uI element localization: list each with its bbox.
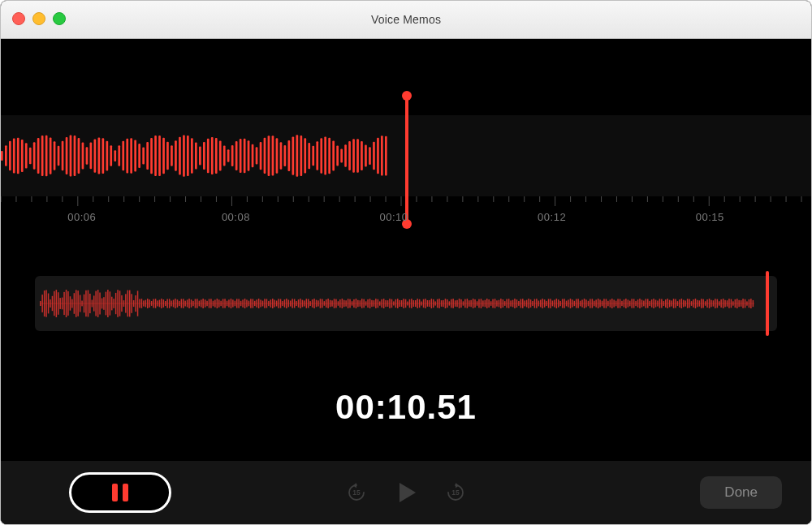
svg-rect-56	[227, 149, 230, 161]
svg-rect-503	[741, 300, 742, 307]
svg-rect-76	[308, 143, 310, 169]
svg-rect-177	[93, 295, 95, 311]
svg-rect-208	[155, 299, 157, 308]
svg-rect-289	[316, 300, 317, 308]
svg-rect-463	[661, 299, 663, 308]
svg-rect-5	[21, 140, 24, 172]
svg-rect-214	[166, 299, 168, 308]
svg-rect-438	[611, 299, 613, 308]
svg-rect-68	[276, 138, 279, 174]
svg-rect-171	[81, 301, 83, 307]
svg-rect-8	[33, 142, 36, 170]
svg-rect-374	[485, 300, 486, 308]
close-window-button[interactable]	[12, 12, 25, 25]
play-button[interactable]	[392, 479, 420, 506]
svg-rect-67	[272, 136, 274, 175]
svg-rect-226	[191, 299, 192, 308]
svg-rect-29	[118, 145, 120, 166]
svg-rect-46	[187, 136, 189, 176]
svg-rect-153	[45, 290, 47, 316]
svg-rect-435	[606, 299, 607, 308]
svg-rect-285	[308, 299, 309, 308]
svg-rect-372	[481, 299, 482, 308]
svg-rect-479	[693, 299, 694, 308]
svg-rect-425	[585, 299, 587, 307]
svg-rect-173	[85, 290, 87, 316]
svg-rect-467	[669, 300, 671, 308]
svg-rect-12	[50, 137, 52, 174]
svg-rect-14	[58, 146, 60, 166]
svg-rect-63	[256, 147, 258, 164]
svg-rect-336	[409, 299, 411, 308]
svg-rect-43	[175, 140, 177, 170]
svg-rect-222	[183, 299, 184, 308]
svg-rect-323	[383, 299, 385, 308]
zoom-window-button[interactable]	[53, 12, 66, 25]
svg-rect-160	[59, 298, 61, 309]
svg-rect-339	[415, 300, 417, 307]
svg-rect-202	[143, 300, 145, 306]
svg-rect-322	[381, 299, 382, 308]
overview-playhead[interactable]	[766, 271, 769, 336]
svg-rect-470	[675, 299, 676, 308]
svg-rect-205	[149, 299, 150, 308]
svg-rect-334	[405, 299, 407, 308]
skip-forward-15-button[interactable]: 15	[444, 481, 467, 504]
svg-rect-373	[482, 300, 484, 307]
waveform-track[interactable]	[1, 115, 811, 196]
svg-rect-154	[48, 294, 50, 314]
svg-rect-406	[548, 299, 550, 308]
svg-rect-209	[157, 300, 158, 306]
svg-rect-509	[753, 300, 754, 307]
svg-rect-215	[169, 299, 171, 308]
svg-rect-80	[324, 137, 326, 175]
svg-rect-180	[99, 293, 101, 315]
svg-rect-332	[401, 300, 403, 307]
done-button[interactable]: Done	[700, 476, 782, 509]
svg-rect-357	[451, 299, 452, 308]
svg-rect-178	[95, 291, 97, 316]
svg-rect-71	[288, 140, 291, 171]
svg-rect-213	[165, 301, 166, 306]
svg-rect-419	[574, 301, 576, 306]
svg-rect-459	[653, 299, 654, 308]
svg-rect-408	[552, 301, 554, 307]
svg-rect-276	[290, 301, 292, 307]
svg-rect-478	[691, 301, 693, 306]
svg-rect-297	[331, 300, 333, 306]
svg-rect-159	[58, 292, 59, 315]
svg-rect-328	[393, 301, 395, 305]
pause-record-button[interactable]	[69, 472, 171, 513]
svg-rect-151	[41, 295, 43, 312]
svg-rect-225	[188, 299, 190, 308]
svg-rect-260	[258, 299, 260, 308]
overview-track[interactable]	[35, 276, 777, 331]
waveform-icon	[1, 127, 389, 184]
svg-rect-221	[181, 299, 183, 308]
svg-rect-462	[659, 299, 661, 308]
skip-back-15-button[interactable]: 15	[345, 481, 368, 504]
svg-rect-51	[207, 139, 209, 173]
svg-rect-395	[526, 300, 528, 308]
svg-rect-504	[742, 299, 744, 308]
svg-rect-381	[499, 300, 500, 308]
svg-rect-324	[385, 300, 387, 307]
svg-rect-394	[524, 300, 525, 306]
svg-rect-497	[728, 299, 730, 308]
svg-rect-257	[253, 299, 254, 308]
svg-rect-223	[184, 301, 186, 307]
svg-rect-31	[126, 139, 128, 174]
svg-rect-412	[559, 301, 561, 306]
svg-rect-375	[486, 299, 488, 308]
svg-rect-255	[248, 301, 250, 307]
svg-rect-55	[223, 145, 226, 166]
svg-rect-393	[522, 299, 524, 308]
svg-rect-19	[78, 138, 80, 174]
svg-rect-236	[210, 299, 212, 308]
svg-rect-490	[715, 299, 716, 308]
svg-rect-194	[127, 290, 129, 317]
minimize-window-button[interactable]	[32, 12, 45, 25]
svg-rect-10	[41, 136, 44, 176]
svg-rect-405	[546, 301, 547, 306]
svg-rect-28	[114, 150, 116, 161]
